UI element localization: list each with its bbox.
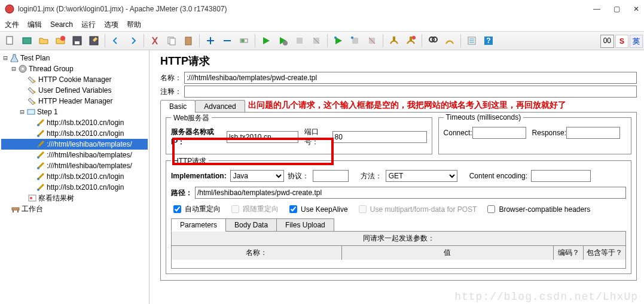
tab-body-data[interactable]: Body Data	[225, 218, 277, 232]
paste-button[interactable]	[181, 33, 196, 48]
search-button[interactable]	[425, 33, 441, 48]
name-label: 名称：	[160, 73, 184, 83]
tree-request[interactable]: http://lsb.tx2010.cn/login	[47, 129, 124, 138]
tree-request[interactable]: http://lsb.tx2010.cn/login	[47, 172, 124, 181]
cut-button[interactable]	[147, 33, 163, 48]
watermark: http://blog.csdn.net/LhxUp	[454, 291, 638, 303]
svg-rect-16	[352, 38, 358, 44]
tree-header-manager[interactable]: HTTP Header Manager	[38, 97, 113, 105]
impl-select[interactable]: Java	[230, 170, 284, 182]
tree-request[interactable]: http://lsb.tx2010.cn/login	[47, 118, 124, 127]
help-button[interactable]: ?	[481, 33, 496, 48]
expand-button[interactable]	[203, 33, 218, 48]
undo-button[interactable]	[108, 33, 124, 48]
tree-results[interactable]: 察看结果树	[38, 193, 74, 203]
params-grid[interactable]: 同请求一起发送参数： 名称： 值 编码？ 包含等于？	[171, 232, 626, 269]
follow-redirect-check[interactable]: 跟随重定向	[229, 203, 279, 215]
close-button[interactable]: ✕	[633, 5, 639, 13]
svg-point-36	[37, 189, 39, 191]
copy-button[interactable]	[164, 33, 179, 48]
open-button[interactable]	[36, 33, 51, 48]
menu-search[interactable]: Search	[50, 20, 73, 29]
ime-lang-icon[interactable]: 英	[630, 35, 643, 48]
menu-options[interactable]: 选项	[104, 20, 118, 30]
menu-run[interactable]: 运行	[81, 20, 96, 30]
reset-search-button[interactable]	[442, 33, 457, 48]
response-input[interactable]	[566, 127, 620, 139]
multipart-check[interactable]: Use multipart/form-data for POST	[356, 203, 477, 215]
encoding-label: Content encoding:	[469, 172, 527, 180]
svg-rect-40	[13, 210, 14, 212]
keepalive-check[interactable]: Use KeepAlive	[287, 203, 348, 215]
tree-request[interactable]: :///html/leshibao/templates/	[47, 151, 132, 159]
shutdown-button[interactable]	[309, 33, 324, 48]
toolbar: ?	[0, 31, 644, 50]
server-label: 服务器名称或IP：	[171, 127, 227, 147]
tree-request-selected[interactable]: :///html/leshibao/templates/	[47, 140, 132, 148]
tree-workbench[interactable]: 工作台	[22, 204, 43, 214]
protocol-input[interactable]	[313, 170, 349, 182]
collapse-button[interactable]	[219, 33, 235, 48]
page-title: HTTP请求	[160, 54, 637, 68]
connect-input[interactable]	[472, 127, 526, 139]
templates-button[interactable]	[19, 33, 35, 48]
redo-button[interactable]	[125, 33, 141, 48]
svg-rect-2	[23, 38, 31, 44]
tree-step1[interactable]: Step 1	[37, 108, 58, 116]
ime-s-icon[interactable]: S	[615, 35, 628, 48]
name-input[interactable]	[184, 72, 637, 84]
window-title: login01.jmx (D:\work\login01.jmx) - Apac…	[18, 5, 593, 13]
clear-button[interactable]	[386, 33, 402, 48]
menu-edit[interactable]: 编辑	[28, 20, 42, 30]
comment-input[interactable]	[184, 86, 637, 98]
method-select[interactable]: GET	[386, 170, 457, 182]
start-button[interactable]	[258, 33, 274, 48]
grid-title: 同请求一起发送参数：	[172, 232, 625, 246]
function-helper-button[interactable]	[464, 33, 480, 48]
col-name: 名称：	[172, 246, 342, 260]
tree-cookie-manager[interactable]: HTTP Cookie Manager	[38, 75, 112, 84]
close-file-button[interactable]	[53, 33, 68, 48]
stop-button[interactable]	[292, 33, 307, 48]
config-icon	[28, 75, 37, 84]
browser-compat-check[interactable]: Browser-compatible headers	[485, 203, 590, 215]
svg-point-3	[60, 36, 65, 41]
start-no-pause-button[interactable]	[275, 33, 291, 48]
svg-point-34	[37, 167, 39, 169]
svg-point-32	[37, 145, 39, 148]
port-input[interactable]	[332, 131, 427, 143]
test-plan-tree[interactable]: ⊟Test Plan ⊟Thread Group HTTP Cookie Man…	[0, 50, 149, 304]
save-button[interactable]	[69, 33, 85, 48]
save-as-button[interactable]	[86, 33, 102, 48]
server-input[interactable]	[227, 131, 298, 143]
menu-file[interactable]: 文件	[5, 20, 19, 30]
toggle-button[interactable]	[236, 33, 252, 48]
webserver-group-label: Web服务器	[171, 113, 212, 123]
tab-advanced[interactable]: Advanced	[195, 100, 245, 113]
remote-stop-button[interactable]	[347, 33, 363, 48]
svg-point-35	[37, 178, 39, 180]
tab-files-upload[interactable]: Files Upload	[276, 218, 334, 232]
sampler-icon	[36, 139, 45, 149]
auto-redirect-check[interactable]: 自动重定向	[171, 203, 221, 215]
tree-request[interactable]: :///html/leshibao/templates/	[47, 162, 132, 170]
path-input[interactable]	[195, 187, 626, 199]
encoding-input[interactable]	[531, 170, 591, 182]
svg-point-15	[334, 37, 337, 39]
tab-basic[interactable]: Basic	[160, 100, 196, 113]
tree-request[interactable]: http://lsb.tx2010.cn/login	[47, 183, 124, 191]
remote-shutdown-button[interactable]	[364, 33, 380, 48]
svg-point-11	[241, 39, 245, 42]
tree-user-vars[interactable]: User Defined Variables	[38, 86, 112, 95]
clear-all-button[interactable]	[403, 33, 419, 48]
tree-test-plan[interactable]: Test Plan	[20, 54, 50, 62]
new-button[interactable]	[2, 33, 18, 48]
tab-parameters[interactable]: Parameters	[171, 218, 226, 232]
maximize-button[interactable]: ▢	[614, 5, 620, 13]
tree-thread-group[interactable]: Thread Group	[29, 65, 74, 73]
remote-start-button[interactable]	[331, 33, 346, 48]
svg-rect-8	[170, 38, 175, 45]
menu-help[interactable]: 帮助	[127, 20, 141, 30]
minimize-button[interactable]: ―	[593, 5, 600, 13]
httpreq-group-label: HTTP请求	[171, 156, 209, 166]
